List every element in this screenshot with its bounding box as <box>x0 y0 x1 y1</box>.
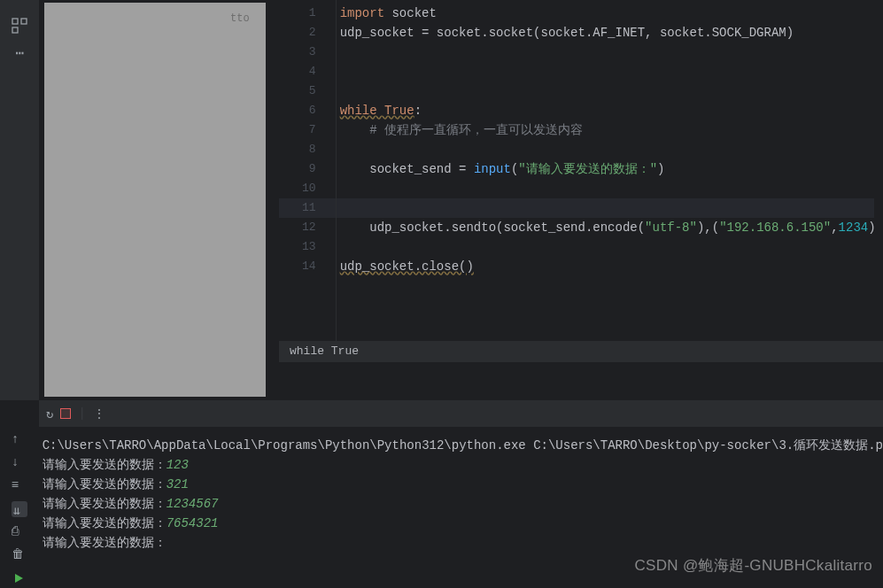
line-number: 13 <box>279 237 336 257</box>
run-side-toolbar: ↑ ↓ ≡ ⇊ ⎙ 🗑 <box>0 400 39 588</box>
code-line <box>337 62 883 81</box>
line-number: 12 <box>279 218 336 237</box>
code-line: udp_socket.close() <box>337 257 883 276</box>
line-number: 10 <box>279 179 336 198</box>
watermark-text: CSDN @鲍海超-GNUBHCkalitarro <box>635 555 872 576</box>
line-number: 5 <box>279 81 336 101</box>
breadcrumb[interactable]: while True <box>279 341 883 362</box>
more-horizontal-icon[interactable]: ⋯ <box>12 46 27 62</box>
line-number: 9 <box>279 159 336 179</box>
arrow-up-icon[interactable]: ↑ <box>12 432 27 448</box>
more-actions-icon[interactable]: ⋮ <box>93 406 105 422</box>
structure-icon[interactable] <box>12 18 27 34</box>
rerun-icon[interactable]: ↻ <box>46 406 53 422</box>
print-icon[interactable]: ⎙ <box>12 524 27 540</box>
svg-rect-1 <box>21 19 27 24</box>
scrollbar[interactable] <box>874 0 883 341</box>
code-line: udp_socket = socket.socket(socket.AF_INE… <box>337 23 883 43</box>
console-line: 请输入要发送的数据： <box>43 533 883 553</box>
project-panel[interactable] <box>44 3 266 397</box>
code-line: udp_socket.sendto(socket_send.encode("ut… <box>337 218 883 237</box>
line-number: 14 <box>279 257 336 276</box>
code-area[interactable]: import socket udp_socket = socket.socket… <box>337 0 883 341</box>
line-number: 2 <box>279 23 336 43</box>
scroll-to-end-icon[interactable]: ⇊ <box>12 501 27 517</box>
code-line: socket_send = input("请输入要发送的数据：") <box>337 159 883 179</box>
code-line <box>337 43 883 62</box>
console-line: 请输入要发送的数据：1234567 <box>43 494 883 514</box>
line-number: 11 <box>279 198 336 218</box>
line-number: 4 <box>279 62 336 81</box>
svg-marker-3 <box>15 574 23 583</box>
code-line <box>337 140 883 159</box>
stop-button[interactable] <box>60 408 71 419</box>
soft-wrap-icon[interactable]: ≡ <box>12 478 27 494</box>
code-line-current <box>337 198 883 218</box>
partial-file-text: tto <box>230 12 250 25</box>
line-number: 6 <box>279 101 336 120</box>
arrow-down-icon[interactable]: ↓ <box>12 455 27 471</box>
code-line: import socket <box>337 4 883 23</box>
line-number: 8 <box>279 140 336 159</box>
line-number: 3 <box>279 43 336 62</box>
line-number: 7 <box>279 120 336 140</box>
code-line: # 使程序一直循环，一直可以发送内容 <box>337 120 883 140</box>
code-line <box>337 81 883 101</box>
code-line <box>337 237 883 257</box>
code-line: while True: <box>337 101 883 120</box>
svg-rect-2 <box>12 27 18 33</box>
svg-rect-0 <box>12 19 18 24</box>
run-toolbar: ↻ | ⋮ <box>39 400 883 427</box>
console-line: 请输入要发送的数据：321 <box>43 475 883 494</box>
console-line: 请输入要发送的数据：7654321 <box>43 514 883 533</box>
code-line <box>337 179 883 198</box>
line-number: 1 <box>279 4 336 23</box>
console-line: 请输入要发送的数据：123 <box>43 455 883 475</box>
gutter: 1 2 3 4 5 6 7 8 9 10 11 12 13 14 <box>279 0 337 341</box>
run-indicator-icon[interactable] <box>12 572 25 584</box>
code-editor[interactable]: 1 2 3 4 5 6 7 8 9 10 11 12 13 14 import … <box>279 0 883 341</box>
breadcrumb-text: while True <box>290 344 359 358</box>
console-line: C:\Users\TARRO\AppData\Local\Programs\Py… <box>43 436 883 455</box>
trash-icon[interactable]: 🗑 <box>12 547 27 563</box>
